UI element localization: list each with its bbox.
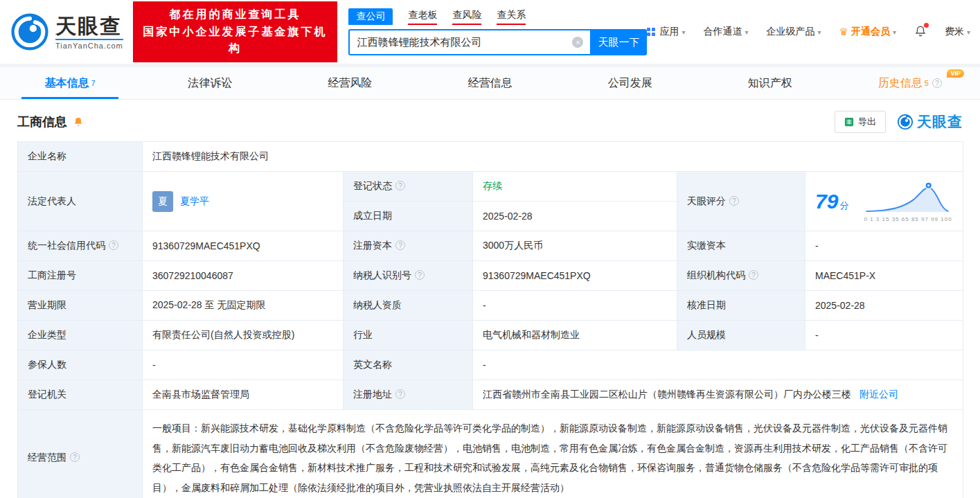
section-head-right: 导出 天眼查 [835, 111, 963, 133]
subscribe-bell-icon[interactable] [73, 116, 84, 127]
table-row: 营业期限 2025-02-28 至 无固定期限 纳税人资质 - 核准日期 202… [18, 291, 963, 321]
field-label-approval-date: 核准日期 [677, 291, 805, 321]
table-row: 登记机关 全南县市场监督管理局 注册地址? 江西省赣州市全南县工业园二区松山片（… [18, 380, 963, 410]
search-area: 查公司 查老板 查风险 查关系 × 天眼一下 [348, 8, 647, 55]
help-icon[interactable]: ? [932, 78, 942, 88]
field-label-credit-code: 统一社会信用代码? [18, 231, 143, 261]
nav-open-vip[interactable]: ♛ 开通会员 ▾ [839, 26, 896, 38]
field-value-insured-count: - [143, 350, 344, 380]
field-label-reg-status: 登记状态? [344, 172, 473, 202]
field-value-company-type: 有限责任公司(自然人投资或控股) [143, 321, 344, 350]
table-row: 参保人数 - 英文名称 - [18, 350, 963, 380]
reg-capital-label-text: 注册资本 [353, 240, 392, 251]
org-code-label-text: 组织机构代码 [687, 269, 745, 281]
tianyancha-logo[interactable]: 天眼查 TianYanCha.com [10, 12, 123, 52]
chevron-down-icon: ▾ [745, 28, 748, 36]
search-tab-company[interactable]: 查公司 [348, 8, 393, 25]
field-value-reg-status: 存续 [473, 172, 677, 202]
tab-company-development-label: 公司发展 [608, 76, 652, 91]
field-label-reg-number: 工商注册号 [18, 261, 143, 291]
help-icon[interactable]: ? [395, 181, 405, 190]
notification-dot [924, 23, 929, 28]
section-head: 工商信息 导出 天眼查 [0, 100, 980, 141]
search-button[interactable]: 天眼一下 [590, 29, 647, 55]
field-value-taxpayer-id: 91360729MAEC451PXQ [473, 261, 677, 291]
score-chart: 0 1 3 15 35 65 85 97 99 100 [863, 181, 953, 222]
field-value-credit-code: 91360729MAEC451PXQ [143, 231, 344, 261]
tab-history-info-label: 历史信息 [878, 76, 923, 91]
field-value-score: 79分 0 1 3 15 35 65 85 97 99 100 [805, 172, 963, 231]
help-icon[interactable]: ? [70, 452, 80, 462]
help-icon[interactable]: ? [395, 240, 405, 250]
field-value-english-name: - [473, 350, 963, 380]
tab-intellectual-property[interactable]: 知识产权 [700, 67, 840, 99]
help-icon[interactable]: ? [749, 270, 758, 280]
help-icon[interactable]: ? [729, 196, 739, 206]
tab-history-info-badge: 5 [925, 79, 929, 87]
slogan-line2: 国家中小企业发展子基金旗下机构 [141, 24, 330, 58]
tab-basic-info[interactable]: 基本信息 7 [0, 67, 140, 99]
nav-cooperation[interactable]: 合作通道 ▾ [703, 26, 748, 38]
field-label-legal-rep: 法定代表人 [18, 172, 143, 231]
search-tab-boss[interactable]: 查老板 [408, 9, 437, 25]
tab-company-development[interactable]: 公司发展 [560, 67, 700, 99]
tab-operation-info[interactable]: 经营信息 [420, 67, 560, 99]
export-button[interactable]: 导出 [835, 111, 886, 133]
table-row: 统一社会信用代码? 91360729MAEC451PXQ 注册资本? 3000万… [18, 231, 963, 261]
field-value-reg-capital: 3000万人民币 [473, 231, 677, 261]
slogan-line1: 都在用的商业查询工具 [141, 6, 330, 24]
field-value-taxpayer-qualification: - [473, 291, 677, 321]
excel-icon [844, 117, 854, 127]
nav-cooperation-label: 合作通道 [703, 26, 742, 38]
help-icon[interactable]: ? [415, 270, 425, 280]
table-row: 经营范围? 一般项目：新兴能源技术研发，基础化学原料制造（不含危险化学品等许可类… [18, 410, 963, 498]
help-icon[interactable]: ? [395, 389, 405, 399]
status-badge: 存续 [483, 180, 502, 191]
section-title: 工商信息 [17, 114, 67, 130]
tab-intellectual-property-label: 知识产权 [748, 76, 792, 91]
chevron-down-icon: ▾ [681, 28, 685, 36]
field-value-reg-number: 360729210046087 [143, 261, 344, 291]
table-row: 法定代表人 夏 夏学平 登记状态? 存续 天眼评分? [18, 172, 963, 202]
business-info-table: 企业名称 江西赣锋锂能技术有限公司 法定代表人 夏 夏学平 登记状态? 存续 [17, 141, 963, 498]
top-nav: 应用 ▾ 合作通道 ▾ 企业级产品 ▾ ♛ 开通会员 ▾ [647, 25, 970, 39]
field-label-score: 天眼评分? [677, 172, 805, 231]
tianyancha-page: 天眼查 TianYanCha.com 都在用的商业查询工具 国家中小企业发展子基… [0, 0, 980, 498]
nav-user[interactable]: 费米 ▾ [945, 26, 970, 38]
field-label-reg-authority: 登记机关 [18, 380, 143, 410]
field-label-insured-count: 参保人数 [18, 350, 143, 380]
nav-apps[interactable]: 应用 ▾ [647, 26, 685, 38]
tab-operation-risk[interactable]: 经营风险 [280, 67, 420, 99]
field-label-org-code: 组织机构代码? [677, 261, 805, 291]
tab-legal-litigation[interactable]: 法律诉讼 [140, 67, 280, 99]
search-input[interactable] [348, 29, 590, 55]
apps-grid-icon [647, 28, 655, 36]
search-tab-risk[interactable]: 查风险 [452, 9, 481, 25]
tab-operation-risk-label: 经营风险 [328, 76, 372, 91]
legal-rep-avatar[interactable]: 夏 [152, 191, 173, 212]
notification-bell[interactable] [914, 25, 927, 39]
tab-basic-info-badge: 7 [91, 79, 96, 87]
tab-basic-info-label: 基本信息 [45, 76, 89, 91]
chevron-down-icon: ▾ [817, 28, 821, 36]
slogan-banner: 都在用的商业查询工具 国家中小企业发展子基金旗下机构 [133, 1, 338, 62]
score-unit: 分 [839, 200, 848, 211]
brand-domain: TianYanCha.com [55, 39, 123, 50]
tab-history-info[interactable]: VIP 历史信息 5 ? [840, 67, 980, 99]
nearby-companies-link[interactable]: 附近公司 [859, 389, 898, 400]
field-value-reg-authority: 全南县市场监督管理局 [143, 380, 344, 410]
search-tab-relation[interactable]: 查关系 [497, 9, 526, 25]
score-axis-labels: 0 1 3 15 35 65 85 97 99 100 [863, 216, 953, 222]
nav-enterprise[interactable]: 企业级产品 ▾ [766, 26, 821, 38]
tab-operation-info-label: 经营信息 [467, 76, 512, 91]
help-icon[interactable]: ? [109, 240, 118, 250]
search-row: × 天眼一下 [348, 29, 647, 55]
field-value-approval-date: 2025-02-28 [805, 291, 963, 321]
export-label: 导出 [858, 116, 876, 128]
legal-rep-link[interactable]: 夏学平 [180, 195, 209, 208]
field-value-company-name: 江西赣锋锂能技术有限公司 [143, 142, 963, 172]
table-row: 工商注册号 360729210046087 纳税人识别号? 91360729MA… [18, 261, 963, 291]
brand-name: 天眼查 [55, 15, 123, 37]
field-value-legal-rep: 夏 夏学平 [143, 172, 344, 231]
chevron-down-icon: ▾ [893, 28, 896, 36]
